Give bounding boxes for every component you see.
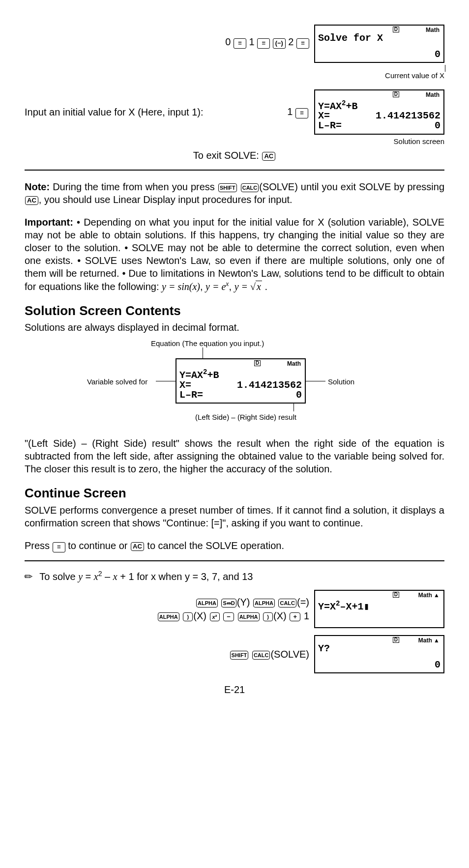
page-number: E-21: [25, 683, 444, 696]
t: (X): [273, 610, 287, 621]
t: X=: [179, 380, 191, 390]
alpha-key-icon: ALPHA: [253, 599, 275, 608]
annot-variable: Variable solved for: [87, 377, 147, 387]
math-indicator: Math ▲: [418, 637, 440, 645]
lcd-screen-diagram: D Math Y=AX2+B X=1.414213562 L–R=0: [176, 358, 306, 404]
alpha-key-icon: ALPHA: [158, 612, 179, 621]
digit: 1: [249, 36, 255, 47]
equals-key-icon: =: [295, 108, 308, 118]
key-sequence-1: 0 = 1 = (−) 2 =: [225, 25, 309, 49]
t: Press: [25, 540, 53, 551]
calc-key-icon: CALC: [278, 599, 296, 608]
equals-key-icon: =: [296, 38, 309, 49]
d-indicator-icon: D: [393, 592, 399, 598]
key-sequence-4: SHIFT CALC(SOLVE): [230, 648, 309, 661]
lcd-content: Y=AX2+B X=1.414213562 L–R=0: [179, 367, 302, 400]
sequence-row-1: 0 = 1 = (−) 2 = D Math Solve for X 0: [25, 25, 444, 63]
math-indicator: Math: [426, 27, 440, 34]
shift-key-icon: SHIFT: [218, 183, 237, 192]
rparen-key-icon: ): [263, 612, 273, 621]
math-indicator: Math: [287, 360, 301, 368]
math-indicator: Math ▲: [418, 592, 440, 600]
lcd-text: Y=X2–X+1▮: [318, 599, 440, 612]
digit: 1: [287, 106, 293, 117]
p-lr-explain: "(Left Side) – (Right Side) result" show…: [25, 437, 444, 475]
cursor-icon: ▮: [363, 601, 369, 612]
line: [306, 381, 325, 381]
important-paragraph: Important: • Depending on what you input…: [25, 216, 444, 293]
note-label: Note:: [25, 181, 50, 192]
example-row: ✎ To solve y = x2 – x + 1 for x when y =…: [25, 569, 444, 583]
solution-screen-diagram: Equation (The equation you input.) Varia…: [87, 339, 382, 427]
caption-current-x: [25, 65, 444, 71]
t: L–R=: [179, 390, 203, 400]
t: 1.414213562: [237, 380, 302, 390]
t: (X): [193, 610, 206, 621]
caption-solution-screen: Solution screen: [25, 137, 444, 146]
p-decimal: Solutions are always displayed in decima…: [25, 321, 444, 334]
t: 0: [435, 121, 440, 131]
alpha-key-icon: ALPHA: [238, 612, 260, 621]
heading-continue: Continue Screen: [25, 485, 444, 502]
t: +B: [346, 100, 357, 112]
divider: [25, 560, 444, 561]
t: –X+1: [340, 601, 363, 612]
shift-key-icon: SHIFT: [230, 651, 249, 660]
equals-key-icon: =: [53, 542, 65, 552]
row-initial-value: Input an initial value for X (Here, inpu…: [25, 89, 444, 135]
t: +B: [207, 370, 219, 381]
line: [203, 347, 203, 358]
ac-key-icon: AC: [25, 196, 38, 205]
d-indicator-icon: D: [393, 27, 399, 32]
annot-lr: (Left Side) – (Right Side) result: [195, 412, 296, 422]
t: To solve: [39, 571, 78, 582]
digit: 0: [225, 36, 231, 47]
eq: y = sin(x): [162, 281, 200, 292]
lcd-text: Solve for X: [318, 33, 440, 43]
d-indicator-icon: D: [254, 360, 261, 366]
t: During the time from when you press: [50, 181, 218, 192]
digit: 2: [288, 36, 293, 47]
t: Y=X: [318, 601, 336, 612]
calc-key-icon: CALC: [241, 183, 259, 192]
t: 0: [296, 390, 302, 400]
math-indicator: Math: [426, 91, 440, 99]
caption-current-x-text: Current value of X: [25, 71, 444, 81]
exit-solve-row: To exit SOLVE: AC: [25, 149, 444, 162]
ac-key-icon: AC: [131, 542, 144, 551]
lcd-screen-1: D Math Solve for X 0: [314, 25, 444, 63]
t: , you should use Linear Display input pr…: [39, 194, 293, 205]
eq: y =: [234, 281, 250, 292]
eq: y = e: [205, 281, 226, 292]
pencil-icon: ✎: [21, 569, 36, 584]
note-paragraph: Note: During the time from when you pres…: [25, 180, 444, 206]
initial-value-text: Input an initial value for X (Here, inpu…: [25, 106, 281, 118]
lcd-content: Y=AX2+B X=1.414213562 L–R=0: [318, 98, 440, 131]
lcd-screen-4: D Math ▲ Y? 0: [314, 635, 444, 673]
equals-key-icon: =: [257, 38, 270, 49]
lcd-screen-3: D Math ▲ Y=X2–X+1▮: [314, 590, 444, 628]
x2-key-icon: x²: [210, 612, 220, 621]
key-sequence-3: ALPHA S⇔D(Y) ALPHA CALC(=) ALPHA )(X) x²…: [157, 595, 309, 623]
sd-key-icon: S⇔D: [221, 599, 236, 608]
neg-key-icon: (−): [273, 38, 286, 49]
d-indicator-icon: D: [393, 91, 399, 97]
lcd-screen-2: D Math Y=AX2+B X=1.414213562 L–R=0: [314, 89, 444, 135]
t: to cancel the SOLVE operation.: [145, 540, 284, 551]
plus-key-icon: +: [290, 612, 300, 621]
ac-key-icon: AC: [262, 152, 275, 161]
minus-key-icon: −: [223, 612, 234, 621]
d-indicator-icon: D: [393, 637, 399, 643]
lcd-value: 0: [435, 659, 440, 671]
t: L–R=: [318, 121, 342, 131]
eq: x: [226, 280, 229, 288]
alpha-key-icon: ALPHA: [196, 599, 218, 608]
lcd-value: 0: [435, 48, 440, 61]
t: 1.414213562: [376, 111, 440, 121]
lcd-text: Y?: [318, 644, 440, 654]
eq: x: [256, 281, 262, 292]
digit: 1: [304, 610, 309, 621]
line: [156, 381, 176, 381]
t: (=): [297, 597, 309, 608]
t: (SOLVE): [270, 649, 309, 660]
